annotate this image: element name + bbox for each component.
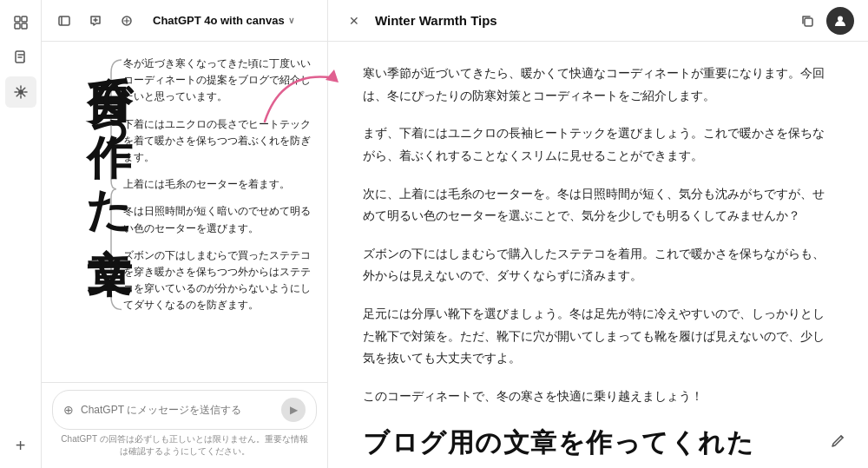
- svg-rect-0: [15, 16, 20, 22]
- copy-icon: [800, 14, 814, 28]
- right-topbar: ✕ Winter Warmth Tips: [328, 0, 868, 42]
- svg-point-10: [838, 16, 843, 21]
- canvas-icon: [121, 15, 133, 27]
- attach-icon: ⊕: [63, 403, 74, 417]
- chat-item-2: 下着にはユニクロの長さでヒートテックを着て暖かさを保ちつつ着ぶくれを防ぎます。: [123, 116, 313, 167]
- chat-item-5-text: ズボンの下はしまむらで買ったステテコを穿き暖かさを保ちつつ外からはステテコを穿い…: [123, 247, 313, 314]
- model-name: ChatGPT 4o with canvas: [153, 14, 285, 27]
- send-btn[interactable]: ▶: [281, 398, 306, 422]
- chat-item-1: 冬が近づき寒くなってきた頃に丁度いいコーディネートの提案をブログで紹介したいと思…: [123, 56, 313, 106]
- edit-doc-icon: [14, 50, 28, 64]
- canvas-btn[interactable]: [115, 9, 139, 33]
- bottom-jp-text: ブログ用の文章を作ってくれた: [363, 425, 754, 461]
- brace-svg: [108, 56, 123, 313]
- pencil-icon: [831, 432, 846, 448]
- chat-bubble-area: 冬が近づき寒くなってきた頃に丁度いいコーディネートの提案をブログで紹介したいと思…: [108, 56, 313, 313]
- chat-item-1-text: 冬が近づき寒くなってきた頃に丁度いいコーディネートの提案をブログで紹介したいと思…: [123, 56, 313, 106]
- chat-input-wrapper: ⊕ ▶: [52, 390, 317, 430]
- close-btn[interactable]: ✕: [342, 9, 366, 33]
- chat-area[interactable]: 冬が近づき寒くなってきた頃に丁度いいコーディネートの提案をブログで紹介したいと思…: [42, 42, 327, 382]
- sparkle-icon-btn[interactable]: [5, 76, 36, 108]
- svg-rect-3: [22, 23, 27, 29]
- chat-item-5: ズボンの下はしまむらで買ったステテコを穿き暖かさを保ちつつ外からはステテコを穿い…: [123, 247, 313, 314]
- sidebar-toggle-btn[interactable]: [52, 9, 76, 33]
- right-para-3: 次に、上着には毛糸のセーターを。冬は日照時間が短く、気分も沈みがちですが、せめて…: [363, 183, 833, 227]
- right-bottom-edit: [823, 425, 854, 456]
- right-para-1: 寒い季節が近づいてきたら、暖かくて快適なコーディネートが重要になります。今回は、…: [363, 63, 833, 107]
- right-panel: ✕ Winter Warmth Tips 寒い季節が近づいてきたら、暖かくて快適…: [328, 0, 868, 468]
- svg-rect-2: [15, 23, 20, 29]
- canvas-title: Winter Warmth Tips: [375, 13, 785, 28]
- right-content[interactable]: 寒い季節が近づいてきたら、暖かくて快適なコーディネートが重要になります。今回は、…: [328, 42, 868, 468]
- chevron-down-icon: ∨: [288, 16, 294, 25]
- layout-icon: [14, 16, 28, 30]
- left-topbar: ChatGPT 4o with canvas ∨: [42, 0, 327, 42]
- chat-items-group: 冬が近づき寒くなってきた頃に丁度いいコーディネートの提案をブログで紹介したいと思…: [108, 56, 313, 313]
- chat-disclaimer: ChatGPT の回答は必ずしも正しいとは限りません。重要な情報は確認するように…: [52, 430, 317, 461]
- right-para-5: 足元には分厚い靴下を選びましょう。冬は足先が特に冷えやすいので、しっかりとした靴…: [363, 303, 833, 370]
- new-chat-icon: [89, 15, 102, 27]
- chat-input[interactable]: [81, 404, 274, 416]
- plus-icon-btn[interactable]: +: [5, 430, 36, 461]
- chat-item-2-text: 下着にはユニクロの長さでヒートテックを着て暖かさを保ちつつ着ぶくれを防ぎます。: [123, 116, 313, 167]
- chat-item-3: 上着には毛糸のセーターを着ます。: [123, 176, 313, 193]
- svg-point-5: [18, 89, 23, 95]
- edit-canvas-btn[interactable]: [823, 425, 854, 456]
- copy-btn[interactable]: [793, 7, 821, 35]
- bottom-annotation: ブログ用の文章を作ってくれた: [363, 425, 816, 461]
- left-panel: ChatGPT 4o with canvas ∨ 自分で作った文章 冬が近づき寒…: [42, 0, 328, 468]
- right-content-text: 寒い季節が近づいてきたら、暖かくて快適なコーディネートが重要になります。今回は、…: [363, 63, 833, 408]
- user-icon: [833, 14, 847, 28]
- chat-item-4-text: 冬は日照時間が短く暗いのでせめて明るい色のセーターを選びます。: [123, 203, 313, 236]
- new-chat-btn[interactable]: [83, 9, 108, 33]
- right-topbar-actions: [793, 7, 854, 35]
- right-para-4: ズボンの下にはしまむらで購入したステテコを着用。これで暖かさを保ちながらも、外か…: [363, 243, 833, 287]
- sparkle-icon: [14, 85, 28, 99]
- sidebar-toggle-icon: [58, 15, 70, 27]
- chat-item-4: 冬は日照時間が短く暗いのでせめて明るい色のセーターを選びます。: [123, 203, 313, 236]
- sidebar: +: [0, 0, 42, 468]
- chat-item-3-text: 上着には毛糸のセーターを着ます。: [123, 176, 313, 193]
- right-para-2: まず、下着にはユニクロの長袖ヒートテックを選びましょう。これで暖かさを保ちながら…: [363, 122, 833, 167]
- right-para-6: このコーディネートで、冬の寒さを快適に乗り越えましょう！: [363, 386, 833, 408]
- svg-rect-6: [59, 16, 69, 25]
- user-avatar-btn[interactable]: [826, 7, 854, 35]
- svg-rect-1: [22, 16, 27, 22]
- layout-icon-btn[interactable]: [5, 7, 36, 38]
- model-selector-btn[interactable]: ChatGPT 4o with canvas ∨: [146, 10, 301, 30]
- chat-input-area: ⊕ ▶ ChatGPT の回答は必ずしも正しいとは限りません。重要な情報は確認す…: [42, 382, 327, 468]
- svg-rect-9: [805, 18, 812, 26]
- edit-doc-icon-btn[interactable]: [5, 42, 36, 73]
